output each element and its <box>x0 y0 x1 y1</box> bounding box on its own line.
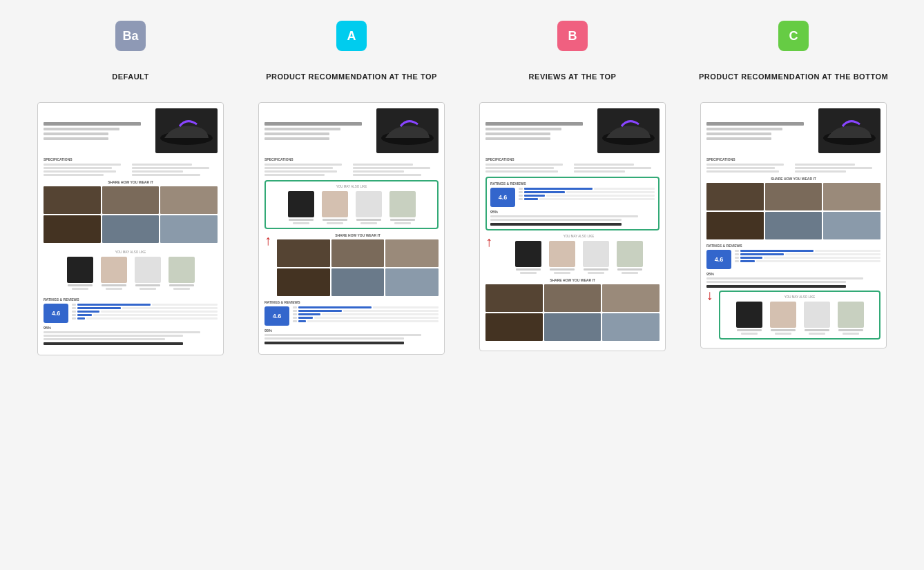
label-ba: DEFAULT <box>112 59 148 94</box>
review-highlighted-b: RATINGS & REVIEWS 4.6 95% <box>485 177 660 230</box>
badge-b[interactable]: B <box>557 21 588 51</box>
up-arrow-a: ↑ <box>264 233 271 247</box>
reco-highlighted-c: YOU MAY ALSO LIKE <box>719 291 880 340</box>
up-arrow-b: ↑ <box>485 235 492 248</box>
preview-ba: SPECIFICATIONS <box>37 102 224 355</box>
label-c: PRODUCT RECOMMENDATION AT THE BOTTOM <box>699 59 888 94</box>
main-container: Ba DEFAULT <box>30 21 894 355</box>
preview-b: SPECIFICATIONS RATINGS & REVIEW <box>479 102 666 351</box>
label-a: PRODUCT RECOMMENDATION AT THE TOP <box>266 59 437 94</box>
label-b: REVIEWS AT THE TOP <box>529 59 617 94</box>
variant-ba: Ba DEFAULT <box>30 21 231 355</box>
variant-c: C PRODUCT RECOMMENDATION AT THE BOTTOM <box>693 21 894 348</box>
preview-a: SPECIFICATIONS <box>258 102 445 355</box>
badge-c[interactable]: C <box>778 21 809 51</box>
badge-ba[interactable]: Ba <box>115 21 146 51</box>
reco-highlighted-a: YOU MAY ALSO LIKE <box>264 180 439 229</box>
down-arrow-c: ↑ <box>706 291 713 304</box>
variant-b: B REVIEWS AT THE TOP <box>472 21 673 351</box>
variant-a: A PRODUCT RECOMMENDATION AT THE TOP <box>251 21 452 355</box>
preview-c: SPECIFICATIONS SHARE HOW YOU WE <box>700 102 887 348</box>
rating-box: 4.6 <box>44 304 68 323</box>
badge-a[interactable]: A <box>336 21 367 51</box>
